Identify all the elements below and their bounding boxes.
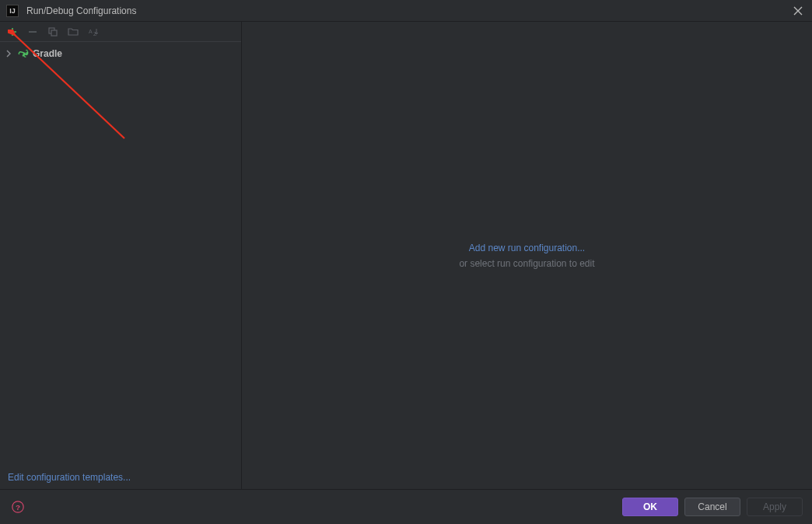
tree-item-gradle[interactable]: Gradle [0, 45, 241, 62]
apply-button[interactable]: Apply [747, 498, 803, 516]
ok-button[interactable]: OK [622, 498, 678, 516]
minus-icon [27, 26, 38, 37]
sort-icon: A Z [88, 26, 99, 37]
content-panel: Add new run configuration... or select r… [242, 22, 812, 489]
sidebar-toolbar: A Z [0, 22, 241, 42]
svg-rect-1 [51, 30, 57, 36]
folder-button[interactable] [65, 24, 81, 40]
gradle-icon [17, 47, 30, 60]
help-button[interactable]: ? [9, 498, 26, 515]
footer: ? OK Cancel Apply [0, 490, 812, 524]
edit-templates-link[interactable]: Edit configuration templates... [0, 466, 241, 489]
tree-item-label: Gradle [33, 48, 62, 59]
content-subtext: or select run configuration to edit [459, 258, 594, 269]
copy-config-button[interactable] [45, 24, 61, 40]
app-icon: IJ [6, 5, 19, 17]
close-icon [793, 6, 803, 16]
chevron-right-icon [3, 48, 14, 59]
titlebar: IJ Run/Debug Configurations [0, 0, 812, 22]
add-new-config-link[interactable]: Add new run configuration... [469, 243, 585, 253]
svg-text:?: ? [16, 503, 20, 512]
sidebar: A Z Gradle Edit [0, 22, 242, 489]
remove-config-button[interactable] [25, 24, 40, 40]
svg-text:A: A [89, 29, 93, 34]
help-icon: ? [11, 500, 25, 514]
close-button[interactable] [790, 3, 806, 19]
sort-button[interactable]: A Z [86, 24, 101, 40]
folder-icon [68, 26, 79, 37]
window-title: Run/Debug Configurations [26, 5, 790, 16]
config-tree: Gradle [0, 42, 241, 466]
add-config-button[interactable] [5, 24, 20, 40]
copy-icon [47, 26, 58, 37]
plus-icon [7, 26, 18, 37]
main-area: A Z Gradle Edit [0, 22, 812, 490]
cancel-button[interactable]: Cancel [684, 498, 740, 516]
